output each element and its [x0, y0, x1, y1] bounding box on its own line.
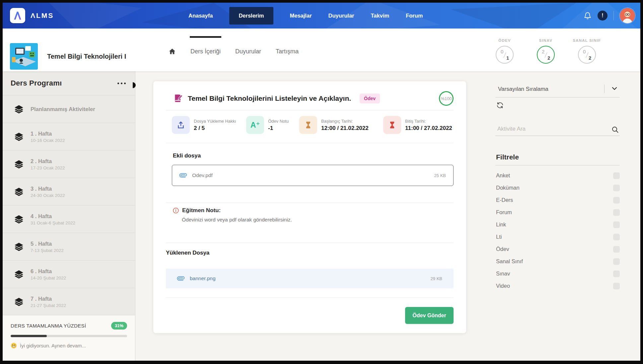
course-header: Temel Bilgi Teknolojileri I Ders İçeriği…: [3, 29, 640, 71]
filter-forum[interactable]: Forum: [495, 206, 620, 218]
sidebar-item-hafta-1[interactable]: 1 . Hafta10-16 Ocak 2022: [3, 123, 135, 150]
filter-anket[interactable]: Anket: [495, 169, 620, 182]
notifications-bell-icon[interactable]: [584, 12, 592, 20]
navbar-divider: [613, 11, 614, 20]
tab-tartisma[interactable]: Tartışma: [276, 48, 299, 55]
sidebar-item-hafta-4[interactable]: 4 . Hafta31 Ocak-6 Şubat 2022: [3, 205, 135, 233]
assignment-type-badge: Ödev: [360, 93, 380, 103]
main-content: Temel Bilgi Teknolojilerini Listeleyin v…: [135, 71, 640, 361]
refresh-icon[interactable]: [496, 101, 504, 109]
uploaded-file-name: banner.png: [190, 275, 216, 281]
attached-file-heading: Ekli dosya: [173, 152, 454, 159]
alms-logo-icon: [10, 8, 25, 23]
checkbox[interactable]: [613, 209, 620, 216]
filter-sinav[interactable]: Sınav: [495, 268, 620, 280]
submit-assignment-button[interactable]: Ödev Gönder: [405, 307, 454, 324]
completion-badge: 31%: [111, 322, 127, 330]
filter-e-ders[interactable]: E-Ders: [495, 194, 620, 206]
navbar-actions: [584, 3, 635, 29]
paperclip-icon: [179, 172, 187, 179]
score-ring: %100: [439, 91, 454, 106]
sort-dropdown[interactable]: Varsayılan Sıralama: [495, 85, 620, 97]
checkbox[interactable]: [613, 185, 620, 191]
filter-list: Anket Doküman E-Ders Forum Link Lti Ödev…: [495, 169, 620, 292]
tab-ders-icerigi[interactable]: Ders İçeriği: [190, 48, 221, 55]
nav-item-derslerim[interactable]: Derslerim: [229, 7, 273, 25]
brand-home-link[interactable]: ΛLMS: [10, 3, 54, 29]
filter-sanal-sinif[interactable]: Sanal Sınıf: [495, 255, 620, 268]
user-avatar[interactable]: [620, 8, 635, 23]
navbar-decoration: [451, 3, 577, 29]
layers-icon: [14, 159, 24, 169]
nav-item-anasayfa[interactable]: Anasayfa: [188, 13, 213, 19]
assignment-info-row: Dosya Yükleme Hakkı 2 / 5 A⁺ Ödev Notu -…: [172, 116, 454, 134]
checkbox[interactable]: [613, 271, 620, 277]
nav-item-mesajlar[interactable]: Mesajlar: [290, 13, 312, 19]
sidebar-item-hafta-3[interactable]: 3 . Hafta24-30 Ocak 2022: [3, 178, 135, 205]
grade-a-plus-icon: A⁺: [246, 116, 264, 134]
completion-label: DERS TAMAMLANMA YÜZDESİ: [11, 323, 86, 329]
layers-icon: [14, 297, 24, 306]
layers-icon: [14, 270, 24, 279]
checkbox[interactable]: [613, 283, 620, 289]
screen: ΛLMS Anasayfa Derslerim Mesajlar Duyurul…: [0, 0, 643, 364]
uploaded-file-row[interactable]: banner.png 29 KB: [166, 269, 454, 288]
sidebar-menu-button[interactable]: [117, 81, 126, 86]
stat-sinav[interactable]: SINAV 2 2: [531, 38, 561, 64]
top-navbar: ΛLMS Anasayfa Derslerim Mesajlar Duyurul…: [3, 3, 640, 29]
course-tabs: Ders İçeriği Duyurular Tartışma: [169, 48, 299, 55]
checkbox[interactable]: [613, 258, 620, 265]
submit-row: Ödev Gönder: [166, 307, 454, 324]
sidebar-item-hafta-7[interactable]: 7 . Hafta21-27 Şubat 2022: [3, 288, 135, 315]
completion-progress-fill: [11, 335, 47, 337]
attached-file-row[interactable]: Odev.pdf 25 KB: [172, 165, 454, 186]
nav-item-forum[interactable]: Forum: [406, 13, 423, 19]
sort-divider: [604, 85, 605, 93]
stat-odev[interactable]: ÖDEV 0 1: [490, 38, 520, 64]
filter-link[interactable]: Link: [495, 218, 620, 231]
app-window: ΛLMS Anasayfa Derslerim Mesajlar Duyurul…: [3, 3, 640, 361]
instructor-note-heading: Eğitmen Notu:: [182, 207, 221, 214]
sidebar-header: Ders Programı: [3, 71, 135, 95]
sidebar-item-hafta-2[interactable]: 2 . Hafta17-23 Ocak 2022: [3, 150, 135, 178]
tab-duyurular[interactable]: Duyurular: [235, 48, 261, 55]
stat-sanal-sinif[interactable]: SANAL SINIF 0 2: [572, 38, 602, 64]
nav-item-takvim[interactable]: Takvim: [371, 13, 390, 19]
checkbox[interactable]: [613, 246, 620, 253]
book-edit-icon: [173, 93, 183, 103]
checkbox[interactable]: [613, 234, 620, 240]
instructor-note-text: Ödevinizi word veya pdf olarak gönderebi…: [182, 217, 454, 223]
info-upload-quota: Dosya Yükleme Hakkı 2 / 5: [172, 116, 246, 134]
alert-exclamation-icon[interactable]: [598, 11, 607, 21]
checkbox[interactable]: [613, 221, 620, 228]
course-program-sidebar: Ders Programı Planlanmamış Aktiviteler 1…: [3, 71, 135, 361]
assignment-title-row: Temel Bilgi Teknolojilerini Listeleyin v…: [166, 91, 454, 106]
search-icon[interactable]: [611, 126, 619, 134]
filter-video[interactable]: Video: [495, 280, 620, 292]
sidebar-item-hafta-6[interactable]: 6 . Hafta14-20 Şubat 2022: [3, 260, 135, 288]
main-nav: Anasayfa Derslerim Mesajlar Duyurular Ta…: [188, 3, 423, 29]
course-stats: ÖDEV 0 1 SINAV 2 2 SANAL SINIF 0: [490, 38, 602, 64]
activity-search: [495, 126, 620, 136]
sidebar-item-hafta-5[interactable]: 5 . Hafta7-13 Şubat 2022: [3, 233, 135, 260]
attached-file-name: Odev.pdf: [192, 172, 213, 178]
tab-home-icon[interactable]: [169, 48, 176, 55]
sidebar-title: Ders Programı: [11, 79, 62, 88]
filter-dokuman[interactable]: Doküman: [495, 182, 620, 194]
info-end-date: Bitiş Tarihi: 11:00 / 27.02.2022: [383, 116, 454, 134]
filter-lti[interactable]: Lti: [495, 231, 620, 243]
checkbox[interactable]: [613, 197, 620, 204]
upload-icon: [172, 116, 190, 134]
filter-odev[interactable]: Ödev: [495, 243, 620, 255]
activity-search-input[interactable]: [497, 126, 608, 132]
nav-item-duyurular[interactable]: Duyurular: [328, 13, 354, 19]
course-completion-panel: DERS TAMAMLANMA YÜZDESİ 31% İyi gidiyors…: [3, 315, 135, 361]
info-grade: A⁺ Ödev Notu -1: [246, 116, 299, 134]
sidebar-item-planlanmamis[interactable]: Planlanmamış Aktiviteler: [3, 95, 135, 123]
completion-progressbar: [11, 335, 127, 337]
layers-icon: [14, 242, 24, 251]
chevron-down-icon: [611, 85, 618, 92]
smiley-icon: [11, 342, 17, 349]
checkbox[interactable]: [613, 172, 620, 179]
course-thumbnail-image: [10, 43, 38, 70]
